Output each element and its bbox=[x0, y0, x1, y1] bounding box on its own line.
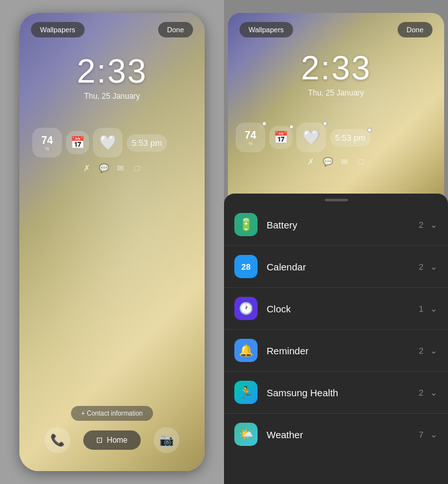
reminder-icon: 🔔 bbox=[234, 339, 258, 362]
camera-dock-icon[interactable]: 📷 bbox=[154, 427, 179, 453]
weather-chevron[interactable]: ⌄ bbox=[430, 429, 438, 439]
clock-icon: 🕐 bbox=[234, 297, 258, 320]
left-notif-row: ✗ 💬 ✉ □ bbox=[19, 163, 205, 173]
notif-mail-icon: ✉ bbox=[116, 163, 126, 173]
list-item-battery[interactable]: 🔋 Battery 2 ⌄ bbox=[224, 204, 448, 246]
left-done-button[interactable]: Done bbox=[158, 22, 193, 37]
calendar-label: Calendar bbox=[267, 261, 419, 272]
right-calendar-icon: 📅 bbox=[274, 130, 288, 145]
right-battery-number: 74 bbox=[245, 130, 256, 141]
samsung-health-icon: 🏃 bbox=[234, 381, 258, 404]
right-time-widget[interactable]: 5:53 pm bbox=[330, 129, 371, 146]
right-notif-extra-icon: □ bbox=[356, 156, 367, 166]
battery-chevron[interactable]: ⌄ bbox=[430, 219, 438, 230]
right-notif-bubble-icon: 💬 bbox=[323, 156, 333, 166]
widget-list: 🔋 Battery 2 ⌄ 28 Calendar 2 ⌄ 🕐 Clock 1 … bbox=[224, 204, 448, 455]
calendar-chevron[interactable]: ⌄ bbox=[430, 261, 438, 272]
right-calendar-widget-wrapper: 📅 bbox=[269, 126, 292, 149]
right-battery-widget-wrapper: 74 % bbox=[236, 123, 265, 152]
left-clock-date: Thu, 25 January bbox=[19, 92, 205, 101]
home-button[interactable]: ⊡ Home bbox=[83, 430, 140, 450]
notif-bubble-icon: 💬 bbox=[99, 163, 109, 173]
clock-count: 1 bbox=[419, 304, 423, 314]
left-wallpapers-button[interactable]: Wallpapers bbox=[31, 22, 85, 37]
left-heart-widget[interactable]: 🤍 bbox=[93, 128, 123, 157]
calendar-icon: 28 bbox=[234, 255, 258, 278]
left-calendar-widget[interactable]: 📅 bbox=[66, 131, 89, 154]
right-notif-mail-icon: ✉ bbox=[340, 156, 350, 166]
left-widget-row: 74 % 📅 🤍 5:53 pm bbox=[32, 128, 192, 157]
home-icon: ⊡ bbox=[96, 436, 103, 445]
samsung-health-chevron[interactable]: ⌄ bbox=[430, 387, 438, 398]
right-wallpaper-overlay bbox=[228, 13, 444, 213]
left-time-widget[interactable]: 5:53 pm bbox=[127, 134, 167, 152]
right-done-button[interactable]: Done bbox=[398, 22, 433, 37]
calendar-icon: 📅 bbox=[70, 136, 85, 150]
right-heart-widget-wrapper: 🤍 bbox=[296, 123, 326, 152]
reminder-chevron[interactable]: ⌄ bbox=[430, 345, 438, 356]
left-phone-bottom: + Contact information 📞 ⊡ Home 📷 bbox=[19, 406, 205, 453]
clock-label: Clock bbox=[267, 303, 419, 314]
battery-icon: 🔋 bbox=[234, 213, 258, 236]
heart-icon: 🤍 bbox=[99, 134, 117, 151]
bottom-dock: 📞 ⊡ Home 📷 bbox=[45, 427, 179, 453]
left-heart-widget-wrapper: 🤍 bbox=[93, 128, 123, 157]
samsung-health-count: 2 bbox=[419, 388, 423, 398]
samsung-health-label: Samsung Health bbox=[267, 387, 419, 398]
list-item-samsung-health[interactable]: 🏃 Samsung Health 2 ⌄ bbox=[224, 372, 448, 414]
notif-extra-icon: □ bbox=[132, 163, 143, 173]
left-panel: Wallpapers Done 2:33 Thu, 25 January 74 … bbox=[0, 0, 224, 484]
bottom-sheet: 🔋 Battery 2 ⌄ 28 Calendar 2 ⌄ 🕐 Clock 1 … bbox=[224, 194, 448, 484]
right-clock: 2:33 Thu, 25 January bbox=[228, 48, 444, 97]
right-top-bar: Wallpapers Done bbox=[228, 22, 444, 37]
sheet-handle bbox=[325, 199, 348, 201]
left-battery-widget[interactable]: 74 % bbox=[32, 128, 62, 157]
reminder-label: Reminder bbox=[267, 345, 419, 356]
right-battery-widget[interactable]: 74 % bbox=[236, 123, 265, 152]
clock-chevron[interactable]: ⌄ bbox=[430, 303, 438, 314]
calendar-count: 2 bbox=[419, 262, 423, 272]
right-panel: Wallpapers Done 2:33 Thu, 25 January 74 … bbox=[224, 0, 448, 484]
right-wallpapers-button[interactable]: Wallpapers bbox=[239, 22, 293, 37]
battery-label: % bbox=[45, 146, 49, 151]
phone-dock-icon[interactable]: 📞 bbox=[45, 427, 70, 453]
right-notif-row: ✗ 💬 ✉ □ bbox=[228, 156, 444, 166]
right-calendar-widget[interactable]: 📅 bbox=[269, 126, 292, 149]
right-time-value: 5:53 pm bbox=[335, 133, 365, 143]
battery-count: 2 bbox=[419, 220, 423, 230]
right-battery-label: % bbox=[249, 141, 252, 146]
right-widget-row: 74 % 📅 🤍 5:53 pm bbox=[236, 123, 436, 152]
list-item-weather[interactable]: 🌤️ Weather 7 ⌄ bbox=[224, 414, 448, 455]
right-heart-icon: 🤍 bbox=[303, 129, 320, 146]
notif-phone-icon: ✗ bbox=[82, 163, 92, 173]
left-clock: 2:33 Thu, 25 January bbox=[19, 52, 205, 101]
right-notif-phone-icon: ✗ bbox=[306, 156, 316, 166]
right-clock-date: Thu, 25 January bbox=[228, 88, 444, 97]
right-heart-widget[interactable]: 🤍 bbox=[296, 123, 326, 152]
contact-info-button[interactable]: + Contact information bbox=[71, 406, 153, 421]
reminder-count: 2 bbox=[419, 346, 423, 356]
left-time-value: 5:53 pm bbox=[132, 138, 162, 148]
list-item-reminder[interactable]: 🔔 Reminder 2 ⌄ bbox=[224, 330, 448, 372]
left-top-bar: Wallpapers Done bbox=[19, 22, 205, 37]
home-label: Home bbox=[107, 436, 127, 445]
list-item-clock[interactable]: 🕐 Clock 1 ⌄ bbox=[224, 288, 448, 330]
right-time-widget-wrapper: 5:53 pm bbox=[330, 129, 371, 146]
left-calendar-widget-wrapper: 📅 bbox=[66, 131, 89, 154]
left-clock-time: 2:33 bbox=[19, 52, 205, 90]
right-clock-time: 2:33 bbox=[228, 48, 444, 87]
right-phone-screen: Wallpapers Done 2:33 Thu, 25 January 74 … bbox=[228, 13, 444, 213]
weather-icon: 🌤️ bbox=[234, 423, 258, 446]
list-item-calendar[interactable]: 28 Calendar 2 ⌄ bbox=[224, 246, 448, 288]
left-battery-widget-wrapper: 74 % bbox=[32, 128, 62, 157]
battery-number: 74 bbox=[41, 135, 53, 146]
weather-label: Weather bbox=[267, 429, 419, 440]
left-phone-screen: Wallpapers Done 2:33 Thu, 25 January 74 … bbox=[19, 13, 205, 471]
battery-label: Battery bbox=[267, 219, 419, 230]
weather-count: 7 bbox=[419, 430, 423, 439]
